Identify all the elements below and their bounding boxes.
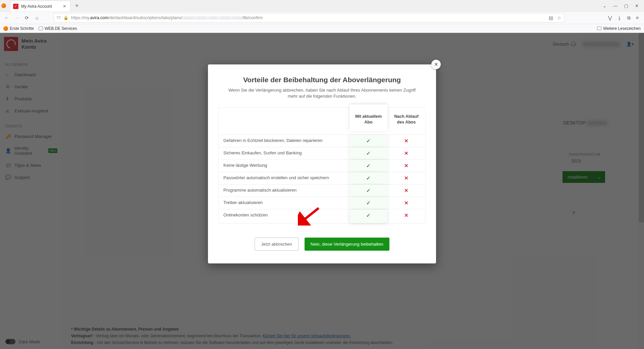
folder-icon [597,27,601,30]
downloads-icon[interactable]: ⭳ [617,15,622,21]
feature-label: Keine lästige Werbung [219,160,350,172]
modal-subtitle: Wenn Sie die Verlängerung abbrechen, hab… [221,87,423,99]
col-header-expired: Nach Ablauf des Abos [387,108,425,135]
extensions-icon[interactable]: ⧉ [627,15,631,21]
home-button[interactable]: ⌂ [34,15,40,20]
table-row: Sicheres Einkaufen, Surfen und Banking ✓… [219,147,425,159]
table-row: Treiber aktualisieren ✓ ✕ [219,197,425,209]
modal-title: Vorteile der Beibehaltung der Aboverläng… [211,76,433,84]
check-icon: ✓ [366,150,371,156]
url-text: https://my.avira.com/de/dashboard/subscr… [71,15,549,20]
cross-icon: ✕ [404,163,409,168]
table-row: Keine lästige Werbung ✓ ✕ [219,159,425,172]
bookmark-webde[interactable]: WEB.DE Services [39,26,77,31]
lock-icon[interactable]: 🔒 [63,15,68,20]
tab-close-icon[interactable]: × [62,3,67,9]
page-viewport: Mein AviraKonto ALLGEMEIN ⌂Dashboard 🖥Ge… [0,33,644,349]
bookmark-star-icon[interactable]: ☆ [557,15,561,20]
feature-label: Gefahren in Echtzeit blockieren, Dateien… [219,135,350,147]
table-row: Onlinekonten schützen ✓ ✕ [219,209,425,223]
minimize-icon[interactable]: — [613,3,618,8]
shield-icon[interactable]: 🛡 [57,15,61,20]
modal-overlay: ✕ Vorteile der Beibehaltung der Aboverlä… [0,33,644,349]
table-row: Programme automatisch aktualisieren ✓ ✕ [219,184,425,197]
tab-title: My Avira Account [21,4,62,9]
bookmark-erste-schritte[interactable]: Erste Schritte [3,26,34,31]
forward-button: → [13,15,20,20]
check-icon: ✓ [366,175,371,181]
firefox-icon [1,3,6,8]
keep-renewal-button[interactable]: Nein, diese Verlängerung beibehalten [305,238,389,251]
check-icon: ✓ [366,138,371,144]
back-button[interactable]: ← [3,15,10,20]
table-row: Gefahren in Echtzeit blockieren, Dateien… [219,135,425,147]
close-window-icon[interactable]: ✕ [635,3,639,8]
maximize-icon[interactable]: ▢ [624,3,628,8]
new-tab-button[interactable]: + [73,2,81,9]
menu-icon[interactable]: ≡ [636,15,639,21]
feature-label: Passwörter automatisch erstellen und sic… [219,172,350,184]
browser-chrome: ✓ My Avira Account × + ⌄ — ▢ ✕ ← → ⟳ ⌂ 🛡… [0,0,644,33]
feature-label: Onlinekonten schützen [219,209,350,223]
modal-actions: Jetzt abbrechen Nein, diese Verlängerung… [211,238,433,251]
pocket-icon[interactable]: ⋁ [608,15,612,21]
reader-icon[interactable]: ▤ [549,15,553,20]
check-icon: ✓ [366,163,371,168]
col-header-current: Mit aktuellem Abo [350,104,387,131]
check-icon: ✓ [366,200,371,206]
table-header-row: Mit aktuellem Abo Nach Ablauf des Abos [219,108,425,135]
browser-tab[interactable]: ✓ My Avira Account × [10,1,70,11]
window-controls: ⌄ — ▢ ✕ [603,3,643,8]
cross-icon: ✕ [404,138,409,144]
table-row: Passwörter automatisch erstellen und sic… [219,172,425,184]
bookmark-weitere[interactable]: Weitere Lesezeichen [597,26,641,31]
cross-icon: ✕ [404,188,409,193]
dropdown-icon[interactable]: ⌄ [603,3,606,8]
bookmarks-bar: Erste Schritte WEB.DE Services Weitere L… [0,24,644,33]
feature-label: Treiber aktualisieren [219,197,350,209]
titlebar: ✓ My Avira Account × + ⌄ — ▢ ✕ [0,0,644,11]
cancel-now-button[interactable]: Jetzt abbrechen [255,238,299,251]
check-icon: ✓ [366,212,371,218]
folder-icon [39,27,43,30]
browser-toolbar: ← → ⟳ ⌂ 🛡 🔒 https://my.avira.com/de/dash… [0,11,644,24]
address-bar[interactable]: 🛡 🔒 https://my.avira.com/de/dashboard/su… [54,13,565,22]
firefox-icon [3,26,8,31]
check-icon: ✓ [366,188,371,193]
cross-icon: ✕ [404,212,409,218]
cross-icon: ✕ [404,200,409,206]
modal-close-button[interactable]: ✕ [431,60,441,69]
feature-label: Sicheres Einkaufen, Surfen und Banking [219,147,350,159]
cross-icon: ✕ [404,150,409,156]
renewal-benefits-modal: Vorteile der Beibehaltung der Aboverläng… [208,64,436,263]
avira-favicon-icon: ✓ [13,4,18,9]
cross-icon: ✕ [404,175,409,181]
comparison-table: Mit aktuellem Abo Nach Ablauf des Abos G… [218,107,426,223]
reload-button[interactable]: ⟳ [23,15,30,20]
feature-label: Programme automatisch aktualisieren [219,185,350,197]
